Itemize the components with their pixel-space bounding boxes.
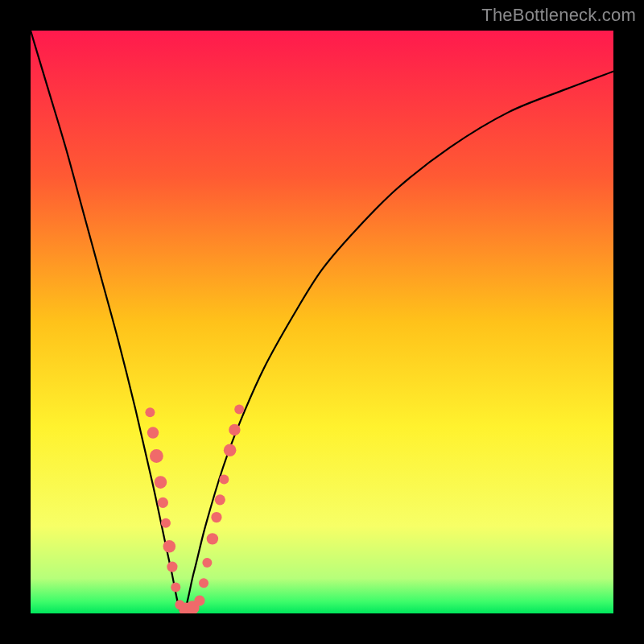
sample-point — [147, 427, 159, 438]
sample-point — [150, 449, 163, 463]
sample-point — [224, 444, 237, 456]
gradient-background — [31, 31, 613, 613]
chart-frame: TheBottleneck.com — [0, 0, 644, 644]
sample-point — [158, 497, 168, 508]
sample-point — [145, 407, 155, 417]
sample-point — [194, 595, 204, 605]
chart-svg — [31, 31, 613, 613]
plot-area — [31, 31, 613, 613]
sample-point — [163, 540, 176, 553]
sample-point — [161, 518, 171, 528]
sample-point — [215, 494, 225, 505]
sample-point — [234, 405, 244, 415]
sample-point — [199, 578, 208, 588]
sample-point — [211, 512, 221, 522]
sample-point — [207, 533, 218, 544]
sample-point — [202, 558, 212, 568]
sample-point — [229, 424, 240, 436]
sample-point — [171, 582, 180, 592]
sample-point — [155, 476, 167, 489]
sample-point — [219, 474, 229, 484]
sample-point — [167, 561, 177, 572]
watermark-text: TheBottleneck.com — [481, 5, 636, 26]
